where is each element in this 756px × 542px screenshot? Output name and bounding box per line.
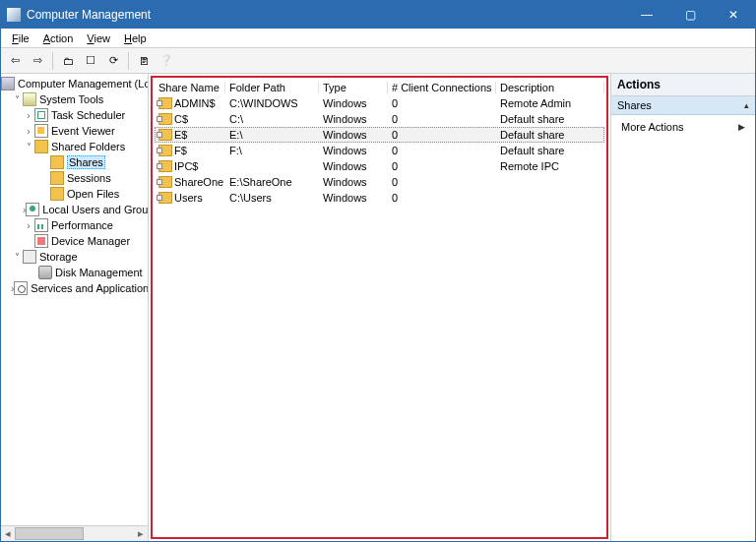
tree-storage[interactable]: Storage bbox=[39, 251, 78, 263]
cell-desc: Remote IPC bbox=[496, 160, 604, 172]
window-title: Computer Management bbox=[27, 8, 625, 22]
tree-perf[interactable]: Performance bbox=[51, 219, 113, 231]
tree-shares[interactable]: Shares bbox=[67, 155, 105, 169]
export-button[interactable]: 🖹 bbox=[134, 51, 154, 71]
actions-header: Actions bbox=[611, 74, 755, 96]
users-icon bbox=[26, 203, 39, 216]
cell-name: Users bbox=[174, 192, 203, 204]
share-icon bbox=[158, 97, 172, 109]
refresh-button[interactable]: ⟳ bbox=[103, 51, 123, 71]
scroll-thumb[interactable] bbox=[15, 527, 84, 540]
share-row[interactable]: E$E:\Windows0Default share bbox=[155, 127, 604, 143]
menu-file-label: ile bbox=[19, 32, 30, 44]
tree-shared[interactable]: Shared Folders bbox=[51, 141, 125, 152]
forward-button[interactable]: ⇨ bbox=[28, 51, 47, 71]
up-button[interactable]: 🗀 bbox=[58, 51, 78, 71]
actions-section[interactable]: Shares ▴ bbox=[611, 96, 755, 115]
menu-file[interactable]: File bbox=[5, 30, 36, 46]
share-row[interactable]: UsersC:\UsersWindows0 bbox=[155, 190, 604, 206]
cell-conn: 0 bbox=[388, 145, 496, 156]
help-button[interactable]: ❔ bbox=[157, 51, 176, 71]
perf-icon bbox=[34, 218, 48, 232]
cell-conn: 0 bbox=[388, 129, 496, 141]
share-row[interactable]: IPC$Windows0Remote IPC bbox=[155, 158, 604, 174]
cell-name: IPC$ bbox=[174, 160, 198, 172]
col-clientconn[interactable]: # Client Connections bbox=[388, 82, 496, 93]
close-button[interactable]: ✕ bbox=[712, 1, 755, 29]
cell-conn: 0 bbox=[388, 113, 496, 125]
col-description[interactable]: Description bbox=[496, 82, 604, 93]
cell-desc: Default share bbox=[496, 113, 604, 125]
maximize-button[interactable]: ▢ bbox=[668, 1, 712, 29]
list-pane: Share Name Folder Path Type # Client Con… bbox=[149, 74, 611, 541]
folder-icon bbox=[50, 187, 64, 201]
computer-management-window: Computer Management — ▢ ✕ File Action Vi… bbox=[0, 0, 756, 542]
tools-icon bbox=[23, 92, 36, 106]
cell-name: F$ bbox=[174, 145, 187, 156]
cell-conn: 0 bbox=[388, 97, 496, 109]
share-row[interactable]: ShareOneE:\ShareOneWindows0 bbox=[155, 174, 604, 190]
col-folderpath[interactable]: Folder Path bbox=[225, 82, 319, 93]
storage-icon bbox=[23, 250, 36, 264]
col-sharename[interactable]: Share Name bbox=[155, 82, 225, 93]
actions-pane: Actions Shares ▴ More Actions ▶ bbox=[611, 74, 755, 541]
menu-help[interactable]: Help bbox=[117, 30, 154, 46]
chevron-right-icon: ▶ bbox=[738, 122, 745, 132]
titlebar[interactable]: Computer Management — ▢ ✕ bbox=[1, 1, 755, 29]
cell-desc: Remote Admin bbox=[496, 97, 604, 109]
back-button[interactable]: ⇦ bbox=[5, 51, 25, 71]
share-row[interactable]: F$F:\Windows0Default share bbox=[155, 143, 604, 158]
tree-svcs[interactable]: Services and Applications bbox=[31, 282, 148, 294]
cell-type: Windows bbox=[319, 113, 388, 125]
tree-openfiles[interactable]: Open Files bbox=[67, 188, 119, 200]
tree-lusers[interactable]: Local Users and Groups bbox=[42, 204, 148, 215]
collapse-icon: ▴ bbox=[744, 100, 749, 110]
folder-icon bbox=[34, 140, 48, 153]
cell-path: C:\ bbox=[225, 113, 319, 125]
tree-systools[interactable]: System Tools bbox=[39, 93, 103, 105]
tree[interactable]: Computer Management (Local ˅System Tools… bbox=[1, 74, 148, 525]
event-icon bbox=[34, 124, 48, 138]
tree-sched[interactable]: Task Scheduler bbox=[51, 109, 125, 121]
disk-icon bbox=[38, 266, 52, 279]
cell-type: Windows bbox=[319, 192, 388, 204]
expander-icon[interactable]: ˅ bbox=[23, 142, 34, 152]
cell-conn: 0 bbox=[388, 160, 496, 172]
cell-path: C:\Users bbox=[225, 192, 319, 204]
menu-action[interactable]: Action bbox=[36, 30, 81, 46]
expander-icon[interactable]: › bbox=[23, 126, 34, 137]
cell-type: Windows bbox=[319, 160, 388, 172]
tree-hscrollbar[interactable]: ◂ ▸ bbox=[1, 525, 148, 541]
more-actions[interactable]: More Actions ▶ bbox=[611, 115, 755, 139]
cell-desc: Default share bbox=[496, 129, 604, 141]
cell-name: ADMIN$ bbox=[174, 97, 216, 109]
scroll-right-icon[interactable]: ▸ bbox=[134, 526, 148, 541]
shares-list-highlight: Share Name Folder Path Type # Client Con… bbox=[151, 76, 608, 539]
col-type[interactable]: Type bbox=[319, 82, 388, 93]
expander-icon[interactable]: ˅ bbox=[11, 94, 23, 105]
minimize-button[interactable]: — bbox=[625, 1, 668, 29]
cell-type: Windows bbox=[319, 129, 388, 141]
computer-icon bbox=[1, 77, 15, 90]
services-icon bbox=[14, 281, 28, 295]
tree-event[interactable]: Event Viewer bbox=[51, 125, 115, 137]
list-body: ADMIN$C:\WINDOWSWindows0Remote AdminC$C:… bbox=[155, 95, 604, 206]
tree-diskmgmt[interactable]: Disk Management bbox=[55, 267, 143, 278]
device-icon bbox=[34, 234, 48, 248]
actions-section-label: Shares bbox=[617, 99, 652, 111]
expander-icon[interactable]: › bbox=[23, 110, 34, 121]
tree-sessions[interactable]: Sessions bbox=[67, 172, 111, 184]
more-actions-label: More Actions bbox=[621, 121, 684, 133]
tree-devmgr[interactable]: Device Manager bbox=[51, 235, 130, 247]
share-icon bbox=[158, 145, 172, 156]
share-row[interactable]: C$C:\Windows0Default share bbox=[155, 111, 604, 127]
menu-view[interactable]: View bbox=[80, 30, 117, 46]
cell-conn: 0 bbox=[388, 176, 496, 188]
share-row[interactable]: ADMIN$C:\WINDOWSWindows0Remote Admin bbox=[155, 95, 604, 111]
properties-button[interactable]: ☐ bbox=[81, 51, 100, 71]
expander-icon[interactable]: › bbox=[23, 220, 34, 231]
tree-root[interactable]: Computer Management (Local bbox=[18, 78, 148, 90]
expander-icon[interactable]: ˅ bbox=[11, 252, 23, 263]
cell-conn: 0 bbox=[388, 192, 496, 204]
scroll-left-icon[interactable]: ◂ bbox=[1, 526, 15, 541]
